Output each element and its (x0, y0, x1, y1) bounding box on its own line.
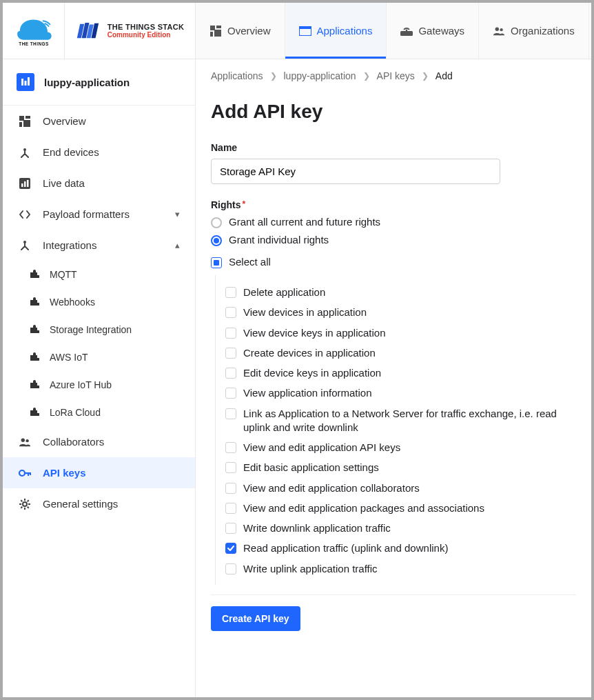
right-label: Edit device keys in application (243, 366, 381, 380)
puzzle-icon (28, 324, 40, 335)
sidebar-item-api-keys[interactable]: API keys (3, 457, 195, 488)
checkbox-icon (211, 257, 222, 268)
sidebar-item-general-settings[interactable]: General settings (3, 488, 195, 519)
stack-subtitle: Community Edition (107, 31, 185, 39)
right-label: Write uplink application traffic (243, 562, 378, 576)
right-label: View and edit application API keys (243, 441, 400, 454)
checkbox-icon (225, 348, 236, 359)
sidebar-item-integrations[interactable]: Integrations ▴ (3, 230, 195, 261)
sidebar-item-lora-cloud[interactable]: LoRa Cloud (3, 399, 195, 426)
right-checkbox-row[interactable]: Edit device keys in application (225, 366, 576, 380)
svg-rect-24 (21, 183, 23, 187)
right-label: Create devices in application (243, 346, 376, 360)
right-checkbox-row[interactable]: Read application traffic (uplink and dow… (225, 541, 576, 555)
right-label: View device keys in application (243, 326, 386, 340)
svg-line-39 (21, 500, 22, 501)
svg-line-42 (28, 500, 29, 501)
svg-rect-25 (24, 181, 26, 187)
sidebar-item-payload-formatters[interactable]: Payload formatters ▾ (3, 199, 195, 230)
right-checkbox-row[interactable]: Write uplink application traffic (225, 562, 576, 576)
right-checkbox-row[interactable]: View and edit application packages and a… (225, 501, 576, 515)
right-checkbox-row[interactable]: View and edit application API keys (225, 441, 576, 454)
sidebar-item-live-data[interactable]: Live data (3, 168, 195, 199)
svg-rect-6 (216, 26, 221, 28)
svg-point-12 (406, 29, 408, 31)
main: Applications ❯ luppy-application ❯ API k… (196, 59, 591, 697)
sidebar-item-collaborators[interactable]: Collaborators (3, 426, 195, 457)
svg-text:THE THINGS: THE THINGS (19, 41, 49, 46)
name-input[interactable] (211, 159, 500, 184)
svg-rect-21 (23, 120, 30, 127)
sidebar-item-aws-iot[interactable]: AWS IoT (3, 343, 195, 371)
right-label: View and edit application packages and a… (243, 501, 484, 515)
checkbox-icon (225, 408, 236, 419)
sidebar-item-storage-integration[interactable]: Storage Integration (3, 316, 195, 343)
sidebar-item-end-devices[interactable]: End devices (3, 137, 195, 168)
radio-icon (211, 217, 222, 228)
breadcrumb-app[interactable]: luppy-application (284, 70, 356, 81)
sidebar-item-overview[interactable]: Overview (3, 106, 195, 137)
breadcrumb-api-keys[interactable]: API keys (377, 70, 415, 81)
stack-title: THE THINGS STACK (107, 23, 185, 31)
dashboard-icon (18, 116, 32, 127)
right-checkbox-row[interactable]: View devices in application (225, 306, 576, 319)
svg-point-13 (495, 27, 499, 30)
integrations-icon (18, 240, 32, 251)
checkbox-icon (225, 442, 236, 453)
checkbox-icon (225, 287, 236, 298)
right-checkbox-row[interactable]: View and edit application collaborators (225, 481, 576, 495)
sidebar-item-webhooks[interactable]: Webhooks (3, 288, 195, 316)
topbar: THE THINGS THE THINGS STACK Community Ed… (3, 3, 591, 59)
ttn-logo[interactable]: THE THINGS (3, 3, 65, 59)
checkbox-select-all[interactable]: Select all (211, 256, 576, 268)
checkbox-icon (225, 462, 236, 473)
tab-gateways[interactable]: Gateways (387, 3, 479, 59)
right-checkbox-row[interactable]: View application information (225, 386, 576, 400)
sidebar-item-azure-iot-hub[interactable]: Azure IoT Hub (3, 371, 195, 399)
right-checkbox-row[interactable]: View device keys in application (225, 326, 576, 340)
sidebar-app-name: luppy-application (44, 77, 130, 88)
sidebar: luppy-application Overview End devices L… (3, 59, 196, 697)
code-icon (18, 209, 32, 220)
svg-rect-11 (400, 31, 413, 36)
svg-rect-33 (30, 472, 31, 475)
puzzle-icon (28, 297, 40, 308)
create-api-key-button[interactable]: Create API key (211, 606, 300, 631)
right-checkbox-row[interactable]: Create devices in application (225, 346, 576, 360)
breadcrumb-applications[interactable]: Applications (211, 70, 263, 81)
chevron-right-icon: ❯ (270, 71, 277, 81)
svg-line-40 (28, 506, 29, 508)
tab-overview[interactable]: Overview (196, 3, 285, 59)
gateway-icon (400, 26, 413, 37)
right-label: View devices in application (243, 306, 367, 319)
puzzle-icon (28, 407, 40, 418)
top-tabs: Overview Applications Gateways Organizat… (196, 3, 591, 59)
checkbox-icon (225, 328, 236, 339)
right-checkbox-row[interactable]: Delete application (225, 286, 576, 299)
right-checkbox-row[interactable]: Edit basic application settings (225, 461, 576, 474)
breadcrumb-current: Add (436, 70, 453, 81)
right-checkbox-row[interactable]: Link as Application to a Network Server … (225, 407, 576, 435)
tab-organizations[interactable]: Organizations (479, 3, 589, 59)
svg-rect-15 (21, 79, 23, 86)
right-label: View application information (243, 386, 372, 400)
right-label: Link as Application to a Network Server … (243, 407, 576, 435)
svg-rect-32 (28, 472, 29, 476)
sidebar-item-mqtt[interactable]: MQTT (3, 261, 195, 288)
right-checkbox-row[interactable]: Write downlink application traffic (225, 521, 576, 535)
checkbox-icon (225, 523, 236, 534)
organizations-icon (493, 26, 505, 37)
tab-applications[interactable]: Applications (285, 3, 387, 59)
checkbox-icon (225, 543, 236, 554)
svg-rect-26 (27, 180, 29, 187)
right-label: View and edit application collaborators (243, 481, 420, 495)
radio-grant-individual[interactable]: Grant individual rights (211, 234, 576, 246)
puzzle-icon (28, 269, 40, 280)
puzzle-icon (28, 379, 40, 390)
svg-rect-19 (25, 116, 30, 119)
radio-grant-all[interactable]: Grant all current and future rights (211, 216, 576, 228)
svg-rect-5 (210, 26, 215, 30)
svg-point-30 (19, 470, 25, 476)
tts-logo[interactable]: THE THINGS STACK Community Edition (65, 3, 196, 59)
sidebar-app-header[interactable]: luppy-application (3, 59, 195, 106)
